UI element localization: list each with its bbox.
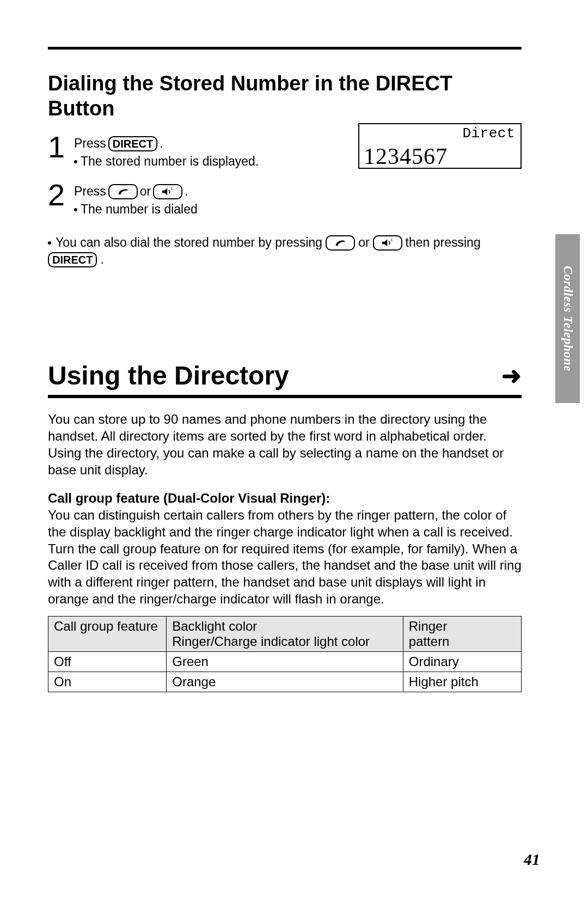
feature-paragraph: Call group feature (Dual-Color Visual Ri… [48, 490, 522, 607]
top-horizontal-rule [48, 47, 522, 50]
feature-heading: Call group feature (Dual-Color Visual Ri… [48, 491, 330, 505]
svg-text:1: 1 [390, 238, 393, 242]
table-header: Backlight colorRinger/Charge indicator l… [167, 617, 403, 652]
step-text-post: . [160, 135, 163, 152]
speaker-icon: 1 [373, 235, 402, 251]
talk-icon [326, 235, 355, 251]
note-block: You can also dial the stored number by p… [48, 234, 522, 268]
bullet-icon [74, 208, 77, 211]
table-row: Off Green Ordinary [48, 652, 522, 672]
note-end: . [100, 251, 103, 268]
subheading: Dialing the Stored Number in the DIRECT … [48, 71, 522, 121]
bullet-icon [74, 160, 77, 163]
table-cell: On [48, 672, 167, 692]
note-text-pre: You can also dial the stored number by p… [56, 234, 322, 251]
speaker-icon: 1 [153, 184, 182, 199]
step-text: Press [74, 135, 106, 152]
step-text-post: . [185, 183, 188, 200]
step-2: 2 Press or 1 . The number is dialed [48, 180, 522, 218]
note-text-post: then pressing [406, 234, 481, 251]
step-number: 2 [48, 180, 74, 210]
section-title: Using the Directory [48, 361, 289, 391]
table-cell: Off [48, 652, 167, 672]
intro-paragraph: You can store up to 90 names and phone n… [48, 411, 522, 478]
table-header: Call group feature [48, 617, 167, 652]
step-text: Press [74, 183, 106, 200]
direct-button-label: DIRECT [48, 252, 97, 267]
page-number: 41 [524, 850, 540, 869]
arrow-right-icon: ➜ [501, 364, 522, 388]
table-cell: Orange [167, 672, 403, 692]
lcd-label: Direct [364, 125, 515, 142]
table-header-row: Call group feature Backlight colorRinger… [48, 617, 522, 652]
side-tab-label: Cordless Telephone [561, 266, 575, 371]
svg-text:1: 1 [171, 187, 173, 191]
step-text-mid: or [140, 183, 151, 200]
section-rule [48, 395, 522, 398]
bullet-icon [48, 241, 51, 245]
table-row: On Orange Higher pitch [48, 672, 522, 692]
lcd-display: Direct 1234567 [358, 123, 522, 169]
feature-table: Call group feature Backlight colorRinger… [48, 616, 522, 692]
step-number: 1 [48, 132, 74, 162]
step-bullet-text: The stored number is displayed. [81, 153, 259, 170]
lcd-number: 1234567 [364, 145, 515, 168]
note-text-mid: or [358, 234, 369, 251]
table-cell: Ordinary [403, 652, 521, 672]
feature-body: You can distinguish certain callers from… [48, 508, 522, 606]
step-bullet-text: The number is dialed [81, 201, 198, 218]
table-cell: Higher pitch [403, 672, 521, 692]
side-tab: Cordless Telephone [555, 234, 580, 403]
talk-icon [108, 184, 138, 199]
table-header: Ringerpattern [403, 617, 521, 652]
direct-button-label: DIRECT [108, 136, 157, 151]
table-cell: Green [167, 652, 403, 672]
